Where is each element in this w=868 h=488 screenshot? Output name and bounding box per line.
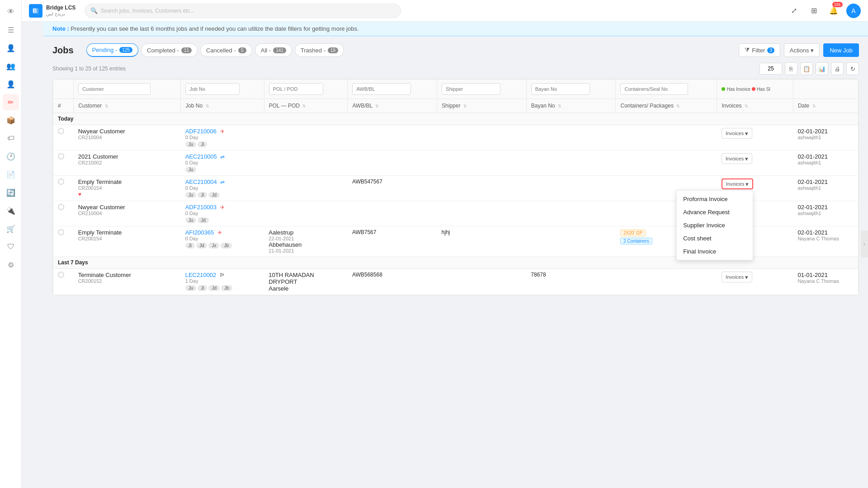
job-no-4: ADF210003 ✈ [185, 204, 260, 211]
row-select-5 [53, 226, 74, 257]
col-shipper-header[interactable]: Shipper ⇅ [437, 99, 527, 113]
sidebar-icon-plugin[interactable]: 🔌 [3, 202, 19, 219]
dropdown-item-advance[interactable]: Advance Request [677, 206, 753, 219]
col-date-filter [793, 80, 858, 99]
sidebar-icon-refresh[interactable]: 🔄 [3, 184, 19, 201]
customer-cell-2: 2021 Customer CR210002 [74, 150, 181, 176]
tag-ji-5: Ji [185, 243, 195, 249]
days-4: 0 Day [185, 211, 260, 216]
job-tags-4: Ju Jd [185, 217, 260, 223]
filter-shipper-input[interactable] [442, 83, 500, 95]
col-awb-header[interactable]: AWB/BL ⇅ [348, 99, 437, 113]
actions-button[interactable]: Actions ▾ [784, 43, 820, 57]
customer-sort-icon: ⇅ [105, 104, 108, 108]
radio-circle[interactable] [58, 204, 64, 210]
invoice-button-1[interactable]: Invoices ▾ [722, 128, 752, 139]
pol-cell-3 [264, 176, 348, 201]
filter-label: Filter [752, 47, 765, 54]
sidebar-icon-group[interactable]: 👥 [3, 58, 19, 74]
dropdown-item-supplier[interactable]: Supplier Invoice [677, 219, 753, 232]
dropdown-item-cost[interactable]: Cost sheet [677, 232, 753, 245]
right-collapse-handle[interactable]: ‹ [861, 230, 868, 258]
filter-bayan-input[interactable] [531, 83, 590, 95]
job-tags-2: Ju [185, 167, 260, 173]
table-row: Terminate Customer CR200152 LEC210002 🏳 … [53, 269, 859, 295]
search-bar[interactable]: 🔍 Search jobs, Invoices, Customers etc..… [85, 4, 401, 18]
tab-trashed[interactable]: Trashed - 19 [295, 43, 344, 57]
invoice-chevron-3: ▾ [745, 181, 749, 188]
tab-all[interactable]: All - 141 [255, 43, 292, 57]
radio-circle[interactable] [58, 272, 64, 278]
sidebar-icon-tag[interactable]: 🏷 [3, 130, 19, 146]
bayan-cell-1 [526, 125, 616, 150]
header-expand-icon[interactable]: ⤢ [787, 4, 801, 18]
radio-circle[interactable] [58, 178, 64, 185]
awb-cell-6: AWB568568 [348, 269, 437, 295]
invoice-button-6[interactable]: Invoices ▾ [722, 272, 752, 282]
sidebar-icon-eye[interactable]: 👁 [3, 4, 19, 20]
col-jobno-header[interactable]: Job No ⇅ [181, 99, 264, 113]
bayan-sort-icon: ⇅ [558, 104, 561, 108]
sidebar-icon-settings[interactable]: ⚙ [3, 257, 19, 273]
ship-icon-3: ⇌ [220, 179, 225, 185]
sidebar-icon-cart[interactable]: 🛒 [3, 221, 19, 237]
sidebar-icon-edit[interactable]: ✏ [3, 94, 19, 110]
invoice-button-2[interactable]: Invoices ▾ [722, 153, 752, 164]
sidebar-icon-user[interactable]: 👤 [3, 40, 19, 56]
toolbar-print-btn[interactable]: 🖨 [831, 62, 844, 75]
filter-jobno-input[interactable] [185, 83, 240, 95]
date-user-5: Nayana C Thomas [797, 236, 854, 241]
filter-count: 3 [767, 47, 774, 53]
notice-text: Presently you can see the last 6 months … [71, 25, 359, 32]
col-bayan-header[interactable]: Bayan No ⇅ [526, 99, 616, 113]
bayan-cell-4 [526, 201, 616, 226]
awb-cell-2 [348, 150, 437, 176]
row-select-1 [53, 125, 74, 150]
tab-pending[interactable]: Pending - 125 [86, 43, 138, 57]
header-grid-icon[interactable]: ⊞ [807, 4, 821, 18]
col-customer-header[interactable]: Customer ⇅ [74, 99, 181, 113]
tab-cancelled[interactable]: Cancelled - 5 [200, 43, 252, 57]
group-today-label: Today [53, 113, 859, 125]
days-5: 0 Day [185, 236, 260, 241]
sidebar-icon-doc[interactable]: 📄 [3, 166, 19, 183]
tag-jd-4: Jd [198, 217, 209, 223]
col-date-header[interactable]: Date ⇅ [793, 99, 858, 113]
sidebar-icon-contact[interactable]: 👤 [3, 76, 19, 92]
per-page-input[interactable] [760, 63, 782, 75]
sidebar-icon-shield[interactable]: 🛡 [3, 239, 19, 255]
toolbar-refresh-btn[interactable]: ↻ [846, 62, 859, 75]
filter-awb-input[interactable] [352, 83, 411, 95]
new-job-button[interactable]: New Job [823, 43, 859, 57]
sidebar-icon-box[interactable]: 📦 [3, 112, 19, 128]
sidebar-icon-clock[interactable]: 🕐 [3, 148, 19, 164]
filter-button[interactable]: ⧩ Filter 3 [739, 43, 780, 57]
user-avatar[interactable]: A [846, 4, 861, 18]
radio-circle[interactable] [58, 128, 64, 134]
radio-circle[interactable] [58, 229, 64, 235]
svg-text:B: B [33, 7, 37, 14]
toolbar-copy-btn[interactable]: ⎘ [785, 62, 797, 75]
shipper-cell-1 [437, 125, 527, 150]
notification-bell[interactable]: 🔔 191 [826, 4, 841, 18]
col-pol-header[interactable]: POL — POD ⇅ [264, 99, 348, 113]
tab-completed[interactable]: Completed - 11 [141, 43, 198, 57]
col-containers-header[interactable]: Containers/ Packages ⇅ [616, 99, 717, 113]
jobs-table-wrapper: Has Invoice Has SI # Customer ⇅ Job No ⇅ [52, 79, 859, 296]
filter-pol-input[interactable] [269, 83, 323, 95]
filter-customer-input[interactable] [78, 83, 151, 95]
logo-text: Bridge LCS بريدج لس [46, 5, 75, 16]
col-invoices-header[interactable]: Invoices ⇅ [717, 99, 793, 113]
radio-circle[interactable] [58, 153, 64, 160]
filter-containers-input[interactable] [620, 83, 688, 95]
date-4: 02-01-2021 [797, 204, 854, 211]
sidebar-icon-menu[interactable]: ☰ [3, 22, 19, 38]
jobno-cell-5: AFI200365 ✈ 0 Day Ji Jd Jx Jb [181, 226, 264, 257]
dropdown-item-final[interactable]: Final Invoice [677, 245, 753, 258]
ship-icon-2: ⇌ [220, 154, 225, 160]
toolbar-excel-btn[interactable]: 📊 [816, 62, 828, 75]
invoice-button-3[interactable]: Invoices ▾ [722, 178, 753, 189]
toolbar-csv-btn[interactable]: 📋 [800, 62, 813, 75]
dropdown-item-proforma[interactable]: Proforma Invoice [677, 192, 753, 206]
job-tags-3: Ju Ji Jd [185, 192, 260, 198]
